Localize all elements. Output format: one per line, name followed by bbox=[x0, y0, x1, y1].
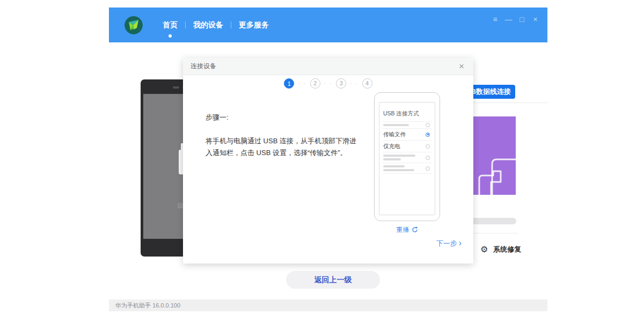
close-icon[interactable]: × bbox=[529, 15, 542, 24]
main-nav: 首页 我的设备 更多服务 bbox=[155, 20, 276, 30]
placeholder-bar bbox=[383, 124, 409, 126]
placeholder-bar bbox=[383, 165, 405, 167]
step-dots: · · bbox=[324, 80, 332, 86]
placeholder-bar bbox=[383, 158, 401, 160]
usb-option-charge-only: 仅充电 bbox=[383, 140, 431, 152]
menu-icon[interactable]: ≡ bbox=[488, 15, 502, 24]
app-header: 首页 我的设备 更多服务 ≡ — □ × bbox=[109, 8, 547, 42]
usb-option-placeholder bbox=[383, 152, 431, 163]
usb-option-label: 仅充电 bbox=[383, 143, 424, 150]
placeholder-bar bbox=[383, 155, 415, 157]
radio-off-icon bbox=[426, 123, 430, 127]
usb-option-transfer-files: 传输文件 bbox=[383, 128, 431, 140]
app-version-text: 华为手机助手 16.0.0.100 bbox=[115, 302, 180, 310]
back-to-previous-button[interactable]: 返回上一级 bbox=[286, 271, 380, 289]
divider bbox=[383, 173, 431, 174]
dialog-title: 连接设备 bbox=[191, 62, 216, 71]
usb-option-placeholder bbox=[383, 121, 431, 128]
usb-mode-panel-title: USB 连接方式 bbox=[383, 110, 431, 118]
step-4-circle: 4 bbox=[362, 78, 372, 89]
placeholder-bar bbox=[383, 169, 414, 171]
dialog-close-icon[interactable]: × bbox=[455, 60, 468, 73]
replay-label: 重播 bbox=[397, 226, 409, 233]
step-instructions: 步骤一: 将手机与电脑通过 USB 连接，从手机顶部下滑进 入通知栏，点击 US… bbox=[206, 113, 367, 159]
instruction-line-2: 入通知栏，点击 USB 设置，选择“传输文件”。 bbox=[206, 147, 367, 159]
next-step-link[interactable]: 下一步› bbox=[436, 238, 462, 248]
radio-on-icon bbox=[426, 133, 430, 137]
phone-speaker bbox=[173, 86, 179, 89]
instruction-line-1: 将手机与电脑通过 USB 连接，从手机顶部下滑进 bbox=[206, 135, 367, 147]
nav-item-home[interactable]: 首页 bbox=[155, 20, 185, 30]
minimize-icon[interactable]: — bbox=[502, 15, 515, 24]
dialog-header: 连接设备 × bbox=[183, 58, 473, 75]
tutorial-phone-screen: USB 连接方式 传输文件 仅充电 bbox=[379, 102, 435, 215]
next-step-label: 下一步 bbox=[436, 239, 457, 247]
step-3-circle: 3 bbox=[336, 78, 346, 89]
usb-option-label: 传输文件 bbox=[383, 131, 424, 138]
step-indicator: 1 · · 2 · · 3 · · 4 bbox=[183, 78, 473, 89]
nav-item-more-services[interactable]: 更多服务 bbox=[231, 20, 276, 30]
system-repair-button[interactable]: ⚙ 系统修复 bbox=[480, 245, 521, 254]
radio-off-icon bbox=[426, 144, 430, 149]
chevron-right-icon: › bbox=[459, 238, 462, 247]
step-body-text: 将手机与电脑通过 USB 连接，从手机顶部下滑进 入通知栏，点击 USB 设置，… bbox=[206, 135, 367, 159]
maximize-icon[interactable]: □ bbox=[515, 15, 529, 24]
step-1-circle: 1 bbox=[284, 78, 294, 89]
replay-icon bbox=[412, 226, 418, 233]
step-dots: · · bbox=[350, 80, 358, 86]
radio-off-icon bbox=[426, 156, 430, 160]
usb-mode-panel: USB 连接方式 传输文件 仅充电 bbox=[379, 103, 435, 174]
tutorial-phone-mockup: USB 连接方式 传输文件 仅充电 bbox=[374, 92, 440, 221]
hisuite-logo-icon bbox=[125, 16, 143, 34]
tab-underline bbox=[463, 103, 547, 103]
usb-option-placeholder bbox=[383, 163, 431, 173]
status-bar: 华为手机助手 16.0.0.100 bbox=[109, 299, 547, 311]
radio-off-icon bbox=[426, 166, 430, 171]
window-controls: ≡ — □ × bbox=[488, 8, 542, 42]
gear-icon: ⚙ bbox=[480, 245, 488, 254]
nav-item-my-devices[interactable]: 我的设备 bbox=[186, 20, 231, 30]
system-repair-label: 系统修复 bbox=[493, 245, 521, 254]
replay-link[interactable]: 重播 bbox=[374, 225, 440, 235]
step-heading: 步骤一: bbox=[206, 113, 367, 122]
step-2-circle: 2 bbox=[310, 78, 320, 89]
connect-device-dialog: 连接设备 × 1 · · 2 · · 3 · · 4 步骤一: 将手机与电脑通过… bbox=[183, 58, 473, 264]
step-dots: · · bbox=[298, 80, 306, 86]
